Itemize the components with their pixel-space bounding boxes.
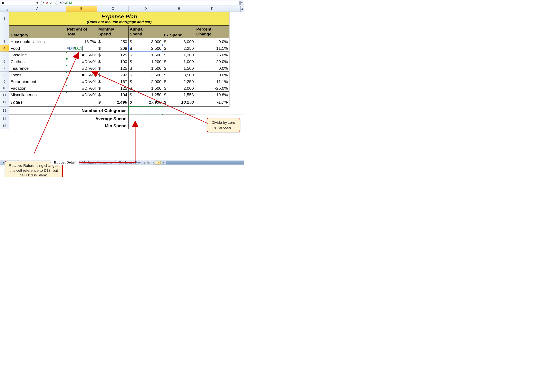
- tab-nav-first[interactable]: [1, 161, 5, 165]
- cell-a3[interactable]: Household Utilities: [9, 38, 66, 45]
- col-header-f[interactable]: F: [195, 6, 229, 12]
- cell-f11[interactable]: -19.8%: [195, 92, 229, 98]
- cell-d4[interactable]: $2,500: [129, 45, 163, 52]
- cell-c11[interactable]: $104: [97, 92, 129, 98]
- cell-d10[interactable]: $1,500: [129, 85, 163, 92]
- cell-f8[interactable]: 0.0%: [195, 72, 229, 78]
- row-header-12[interactable]: 12: [0, 98, 9, 107]
- cell-d11[interactable]: $1,250: [129, 92, 163, 98]
- tab-mortgage-payments[interactable]: Mortgage Payments: [78, 160, 116, 165]
- cell-label-13[interactable]: Number of Categories: [9, 107, 129, 115]
- cell-f6[interactable]: 20.0%: [195, 58, 229, 65]
- col-header-e[interactable]: E: [163, 6, 195, 12]
- cell-e4[interactable]: $2,250: [163, 45, 195, 52]
- scroll-left-button[interactable]: [162, 161, 165, 165]
- cell-b11[interactable]: #DIV/0!: [66, 92, 97, 98]
- cell-d5[interactable]: $1,500: [129, 52, 163, 58]
- enter-button[interactable]: ✓: [50, 1, 52, 5]
- cell-d8[interactable]: $3,500: [129, 72, 163, 78]
- cell-b12[interactable]: [66, 98, 97, 107]
- cell-b6[interactable]: #DIV/0!: [66, 58, 97, 65]
- cell-d13[interactable]: [129, 107, 163, 115]
- cell-b8[interactable]: #DIV/0!: [66, 72, 97, 78]
- col-header-a[interactable]: A: [9, 6, 66, 12]
- dropdown-icon[interactable]: [43, 2, 44, 4]
- col-header-d[interactable]: D: [129, 6, 163, 12]
- cell-e3[interactable]: $3,000: [163, 38, 195, 45]
- row-header-14[interactable]: 14: [0, 115, 9, 123]
- cell-e13[interactable]: [163, 107, 195, 115]
- cell-a11[interactable]: Miscellaneous: [9, 92, 66, 98]
- cell-d3[interactable]: $3,000: [129, 38, 163, 45]
- insert-function-button[interactable]: fx: [54, 1, 56, 5]
- cell-b4-editing[interactable]: =D4/D13: [66, 45, 97, 52]
- cell-d7[interactable]: $1,500: [129, 65, 163, 72]
- horizontal-scrollbar[interactable]: [166, 161, 244, 165]
- cell-e11[interactable]: $1,558: [163, 92, 195, 98]
- cell-f3[interactable]: 0.0%: [195, 38, 229, 45]
- cell-b3[interactable]: 16.7%: [66, 38, 97, 45]
- cell-f4[interactable]: 11.1%: [195, 45, 229, 52]
- cell-d12[interactable]: $17,950: [129, 98, 163, 107]
- expand-formula-bar-button[interactable]: [241, 1, 243, 5]
- row-header-7[interactable]: 7: [0, 65, 9, 72]
- cell-c8[interactable]: $292: [97, 72, 129, 78]
- cell-e12[interactable]: $18,258: [163, 98, 195, 107]
- cell-a10[interactable]: Vacation: [9, 85, 66, 92]
- row-header-13[interactable]: 13: [0, 107, 9, 115]
- col-header-c[interactable]: C: [97, 6, 129, 12]
- formula-input[interactable]: =D4/D13: [58, 1, 240, 5]
- cell-a7[interactable]: Insurance: [9, 65, 66, 72]
- cell-e9[interactable]: $2,250: [163, 78, 195, 85]
- cell-e8[interactable]: $3,500: [163, 72, 195, 78]
- scroll-up-button[interactable]: [241, 6, 244, 12]
- cell-a12[interactable]: Totals: [9, 98, 66, 107]
- tab-car-lease-payments[interactable]: Car Lease Payments: [114, 160, 154, 165]
- cell-f7[interactable]: 0.0%: [195, 65, 229, 72]
- cell-d15[interactable]: [129, 123, 163, 129]
- title-cell[interactable]: Expense Plan (Does not include mortgage …: [9, 12, 229, 26]
- header-percent-change[interactable]: Percent Change: [195, 26, 229, 38]
- cell-d6[interactable]: $1,200: [129, 58, 163, 65]
- header-annual-spend[interactable]: Annual Spend: [129, 26, 163, 38]
- select-all-button[interactable]: [0, 6, 9, 12]
- row-header-11[interactable]: 11: [0, 92, 9, 98]
- cancel-button[interactable]: ✕: [46, 1, 48, 4]
- name-box[interactable]: IF: [1, 1, 40, 5]
- row-header-6[interactable]: 6: [0, 58, 9, 65]
- row-header-5[interactable]: 5: [0, 52, 9, 58]
- cell-f12[interactable]: -1.7%: [195, 98, 229, 107]
- col-header-b[interactable]: B: [66, 6, 97, 12]
- cell-d14[interactable]: [129, 115, 163, 123]
- header-percent-total[interactable]: Percent of Total: [66, 26, 97, 38]
- row-header-10[interactable]: 10: [0, 85, 9, 92]
- cell-e10[interactable]: $2,000: [163, 85, 195, 92]
- cell-c6[interactable]: $100: [97, 58, 129, 65]
- cell-c5[interactable]: $125: [97, 52, 129, 58]
- cell-e7[interactable]: $1,500: [163, 65, 195, 72]
- cell-b10[interactable]: #DIV/0!: [66, 85, 97, 92]
- cell-c4[interactable]: $208: [97, 45, 129, 52]
- cell-a5[interactable]: Gasoline: [9, 52, 66, 58]
- cell-e6[interactable]: $1,000: [163, 58, 195, 65]
- cell-d9[interactable]: $2,000: [129, 78, 163, 85]
- cell-e15[interactable]: [163, 123, 195, 129]
- cell-label-15[interactable]: Min Spend: [9, 123, 129, 129]
- cell-e14[interactable]: [163, 115, 195, 123]
- cell-c10[interactable]: $125: [97, 85, 129, 92]
- header-monthly-spend[interactable]: Monthly Spend: [97, 26, 129, 38]
- row-header-2[interactable]: 2: [0, 26, 9, 38]
- cell-f5[interactable]: 25.0%: [195, 52, 229, 58]
- header-category[interactable]: Category: [9, 26, 66, 38]
- insert-worksheet-button[interactable]: [155, 161, 161, 165]
- cell-b7[interactable]: #DIV/0!: [66, 65, 97, 72]
- cell-c9[interactable]: $167: [97, 78, 129, 85]
- cell-b9[interactable]: #DIV/0!: [66, 78, 97, 85]
- cell-a4[interactable]: Food: [9, 45, 66, 52]
- cell-c7[interactable]: $125: [97, 65, 129, 72]
- cell-e5[interactable]: $1,200: [163, 52, 195, 58]
- row-header-15[interactable]: 15: [0, 123, 9, 129]
- cell-f9[interactable]: -11.1%: [195, 78, 229, 85]
- row-header-1[interactable]: 1: [0, 12, 9, 26]
- tab-budget-detail[interactable]: Budget Detail: [50, 160, 80, 165]
